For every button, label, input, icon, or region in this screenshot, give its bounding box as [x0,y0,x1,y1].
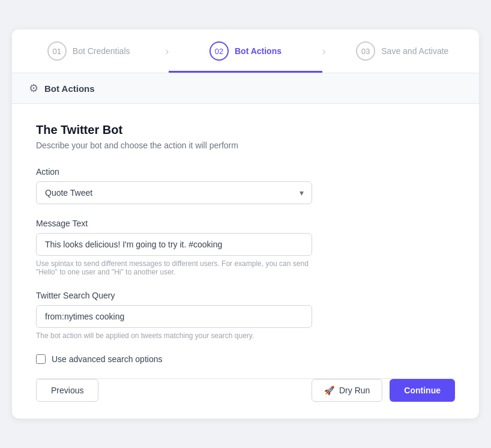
step-2-label: Bot Actions [235,46,282,56]
step-1: 01 Bot Credentials [12,29,165,73]
advanced-search-row: Use advanced search options [36,354,455,364]
step-3-circle: 03 [356,41,375,61]
section-header: ⚙ Bot Actions [12,73,479,104]
form-subtitle: Describe your bot and choose the action … [36,141,455,150]
stepper: 01 Bot Credentials › 02 Bot Actions › 03… [12,29,479,73]
step-2: 02 Bot Actions [169,29,322,73]
step-1-label: Bot Credentials [73,46,130,56]
step-1-number: 01 [53,47,61,56]
gear-icon: ⚙ [29,82,38,95]
form-area: The Twitter Bot Describe your bot and ch… [12,104,479,378]
continue-button[interactable]: Continue [390,379,455,402]
message-text-label: Message Text [36,219,455,228]
action-group: Action Quote Tweet Retweet Like Follow R… [36,167,455,204]
dry-run-label: Dry Run [339,386,370,395]
step-2-progress [169,71,322,73]
action-select-wrapper: Quote Tweet Retweet Like Follow Reply ▾ [36,181,312,204]
right-buttons: 🚀 Dry Run Continue [312,379,455,402]
advanced-search-label[interactable]: Use advanced search options [52,354,162,364]
previous-button[interactable]: Previous [36,379,98,402]
main-container: 01 Bot Credentials › 02 Bot Actions › 03… [12,29,479,419]
search-query-group: Twitter Search Query The bot action will… [36,291,455,340]
message-text-group: Message Text Use spintax to send differe… [36,219,455,276]
step-3-label: Save and Activate [381,46,448,56]
action-label: Action [36,167,455,177]
advanced-search-checkbox[interactable] [36,354,46,364]
step-2-number: 02 [215,47,223,56]
action-select[interactable]: Quote Tweet Retweet Like Follow Reply [36,181,312,204]
rocket-icon: 🚀 [324,386,334,395]
step-3-number: 03 [361,47,370,56]
step-1-circle: 01 [47,41,67,61]
footer: Previous 🚀 Dry Run Continue [12,379,479,419]
search-query-label: Twitter Search Query [36,291,455,300]
search-query-hint: The bot action will be applied on tweets… [36,331,312,340]
step-3: 03 Save and Activate [326,29,479,73]
search-query-input[interactable] [36,305,312,328]
step-2-circle: 02 [209,41,229,61]
message-text-hint: Use spintax to send different messages t… [36,259,312,276]
section-header-title: Bot Actions [44,83,95,94]
form-title: The Twitter Bot [36,123,455,137]
message-text-input[interactable] [36,233,312,256]
dry-run-button[interactable]: 🚀 Dry Run [312,379,382,402]
